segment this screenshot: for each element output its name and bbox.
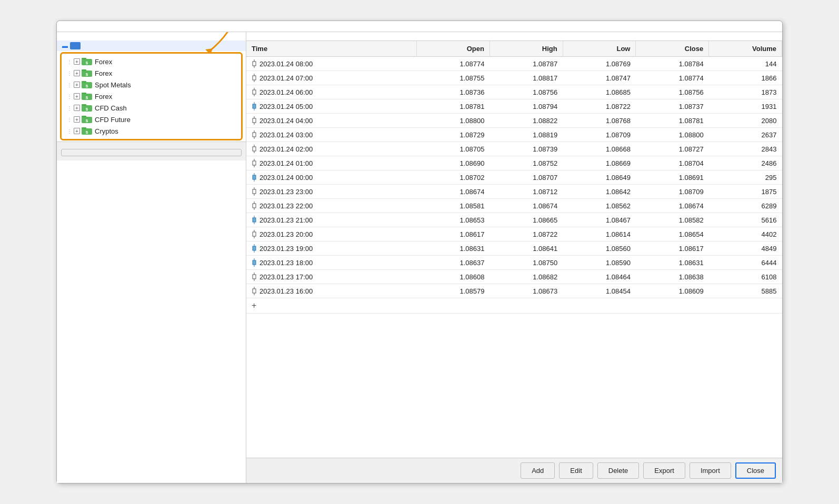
help-button[interactable]	[757, 25, 763, 27]
svg-rect-11	[82, 93, 86, 94]
cell-high: 1.08707	[490, 170, 563, 185]
cell-time: 2023.01.23 21:00	[246, 213, 417, 227]
table-row[interactable]: 2023.01.24 00:00 1.087021.087071.086491.…	[246, 170, 782, 185]
svg-rect-56	[253, 218, 256, 222]
cell-time: 2023.01.24 05:00	[246, 99, 417, 113]
cell-low: 1.08562	[563, 199, 636, 213]
svg-rect-23	[253, 62, 256, 66]
close-window-button[interactable]	[770, 25, 776, 27]
tree-item[interactable]: ⋮ + $ Forex	[62, 90, 241, 102]
table-row[interactable]: 2023.01.24 03:00 1.087291.088191.087091.…	[246, 128, 782, 142]
tree-root[interactable]: ▬	[57, 41, 246, 51]
table-row[interactable]: 2023.01.23 22:00 1.085811.086741.085621.…	[246, 199, 782, 213]
cell-close: 1.08582	[636, 213, 709, 227]
table-row[interactable]: 2023.01.23 18:00 1.086371.087501.085901.…	[246, 256, 782, 270]
add-row-cell: +	[246, 298, 417, 313]
cell-close: 1.08704	[636, 156, 709, 170]
table-row[interactable]: 2023.01.23 19:00 1.086311.086411.085601.…	[246, 241, 782, 256]
table-row[interactable]: 2023.01.23 20:00 1.086171.087221.086141.…	[246, 227, 782, 241]
cell-close: 1.08727	[636, 142, 709, 156]
cell-close: 1.08784	[636, 57, 709, 71]
tree-item[interactable]: ⋮ + $ Forex	[62, 56, 241, 67]
cell-volume: 144	[709, 57, 782, 71]
data-table-wrap[interactable]: TimeOpenHighLowCloseVolume 2023.01.24 08…	[246, 41, 782, 458]
tree-item[interactable]: ⋮ + $ Forex	[62, 67, 241, 79]
expand-plus[interactable]: +	[74, 105, 80, 111]
import-button[interactable]: Import	[690, 462, 731, 479]
cell-low: 1.08614	[563, 227, 636, 241]
cell-volume: 6108	[709, 270, 782, 284]
table-row[interactable]: 2023.01.24 05:00 1.087811.087941.087221.…	[246, 99, 782, 114]
cell-high: 1.08787	[490, 57, 563, 71]
cell-low: 1.08464	[563, 270, 636, 284]
svg-rect-41	[253, 147, 256, 151]
table-row[interactable]: 2023.01.24 01:00 1.086901.087521.086691.…	[246, 156, 782, 170]
cell-low: 1.08768	[563, 114, 636, 128]
cell-high: 1.08674	[490, 199, 563, 213]
cell-volume: 6289	[709, 199, 782, 213]
svg-rect-38	[253, 133, 256, 137]
time-value: 2023.01.24 05:00	[259, 103, 313, 110]
cell-time: 2023.01.23 16:00	[246, 284, 417, 298]
download-button[interactable]	[61, 149, 242, 156]
tree-item[interactable]: ⋮ + $ Cryptos	[62, 125, 241, 137]
time-value: 2023.01.24 07:00	[259, 74, 313, 82]
candle-icon	[252, 116, 257, 125]
left-panel: ▬ ⋮ + $ Forex ⋮ +	[57, 32, 246, 483]
folder-icon: $	[82, 69, 92, 77]
table-row[interactable]: 2023.01.23 23:00 1.086741.087121.086421.…	[246, 185, 782, 199]
cell-high: 1.08822	[490, 114, 563, 128]
candle-icon	[252, 244, 257, 253]
table-row[interactable]: 2023.01.24 04:00 1.088001.088221.087681.…	[246, 114, 782, 128]
cell-time: 2023.01.24 01:00	[246, 156, 417, 170]
candle-icon	[252, 130, 257, 139]
table-add-row[interactable]: +	[246, 298, 782, 314]
close-button[interactable]: Close	[735, 462, 776, 479]
svg-rect-26	[253, 76, 256, 80]
edit-button[interactable]: Edit	[559, 462, 593, 479]
cell-high: 1.08641	[490, 241, 563, 256]
table-row[interactable]: 2023.01.24 02:00 1.087051.087391.086681.…	[246, 142, 782, 156]
data-table: TimeOpenHighLowCloseVolume 2023.01.24 08…	[246, 41, 782, 314]
expand-plus[interactable]: +	[74, 128, 80, 134]
expand-plus[interactable]: +	[74, 58, 80, 65]
expand-plus[interactable]: +	[74, 116, 80, 123]
time-value: 2023.01.23 20:00	[259, 230, 313, 238]
candle-icon	[252, 201, 257, 210]
svg-rect-32	[253, 104, 256, 108]
expand-plus[interactable]: +	[74, 93, 80, 99]
cell-time: 2023.01.24 02:00	[246, 142, 417, 156]
main-content: ▬ ⋮ + $ Forex ⋮ +	[57, 32, 782, 483]
history-center-dialog: ▬ ⋮ + $ Forex ⋮ +	[56, 21, 783, 483]
table-row[interactable]: 2023.01.24 07:00 1.087551.088171.087471.…	[246, 71, 782, 85]
expand-plus[interactable]: +	[74, 82, 80, 88]
table-row[interactable]: 2023.01.24 08:00 1.087741.087871.087691.…	[246, 57, 782, 71]
cell-high: 1.08817	[490, 71, 563, 85]
export-button[interactable]: Export	[643, 462, 685, 479]
svg-rect-62	[253, 246, 256, 250]
tree-item[interactable]: ⋮ + $ CFD Future	[62, 114, 241, 125]
cell-open: 1.08781	[417, 99, 490, 114]
add-button[interactable]: Add	[521, 462, 555, 479]
tree-item[interactable]: ⋮ + $ CFD Cash	[62, 102, 241, 114]
table-row[interactable]: 2023.01.24 06:00 1.087361.087561.086851.…	[246, 85, 782, 99]
folder-icon: $	[82, 92, 92, 100]
cell-high: 1.08682	[490, 270, 563, 284]
cell-open: 1.08690	[417, 156, 490, 170]
cell-close: 1.08609	[636, 284, 709, 298]
table-row[interactable]: 2023.01.23 17:00 1.086081.086821.084641.…	[246, 270, 782, 284]
expand-plus[interactable]: +	[74, 70, 80, 76]
delete-button[interactable]: Delete	[597, 462, 640, 479]
svg-text:$: $	[86, 72, 88, 77]
svg-rect-20	[82, 127, 86, 129]
table-row[interactable]: 2023.01.23 21:00 1.086531.086651.084671.…	[246, 213, 782, 227]
title-bar	[57, 21, 782, 32]
time-value: 2023.01.24 00:00	[259, 174, 313, 182]
svg-text:$: $	[86, 107, 88, 112]
table-row[interactable]: 2023.01.23 16:00 1.085791.086731.084541.…	[246, 284, 782, 298]
time-value: 2023.01.24 04:00	[259, 117, 313, 125]
time-value: 2023.01.23 19:00	[259, 245, 313, 253]
svg-rect-68	[253, 275, 256, 279]
cell-low: 1.08560	[563, 241, 636, 256]
tree-item[interactable]: ⋮ + $ Spot Metals	[62, 79, 241, 90]
